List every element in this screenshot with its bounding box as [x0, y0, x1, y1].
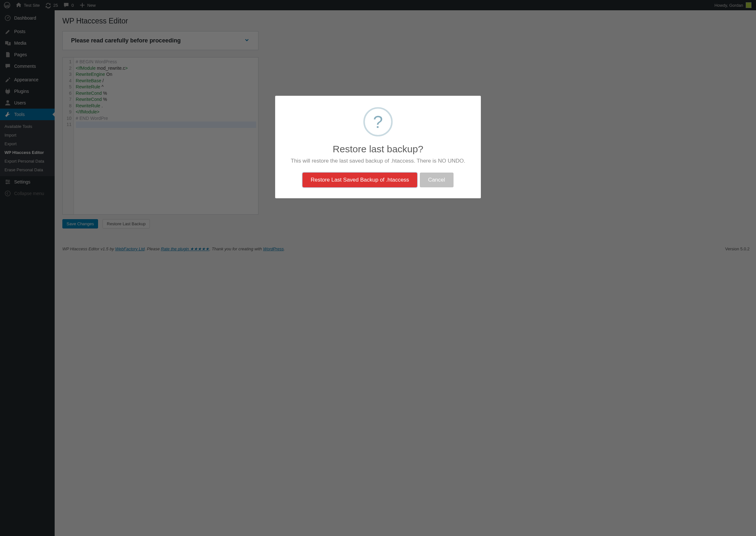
modal-title: Restore last backup?	[285, 144, 471, 154]
modal-confirm-button[interactable]: Restore Last Saved Backup of .htaccess	[302, 173, 417, 187]
modal-overlay[interactable]	[0, 0, 756, 536]
confirm-modal: ? Restore last backup? This will restore…	[275, 96, 481, 198]
svg-text:?: ?	[373, 112, 383, 132]
question-icon: ?	[285, 107, 471, 138]
modal-text: This will restore the last saved backup …	[285, 158, 471, 164]
modal-cancel-button[interactable]: Cancel	[420, 173, 454, 187]
